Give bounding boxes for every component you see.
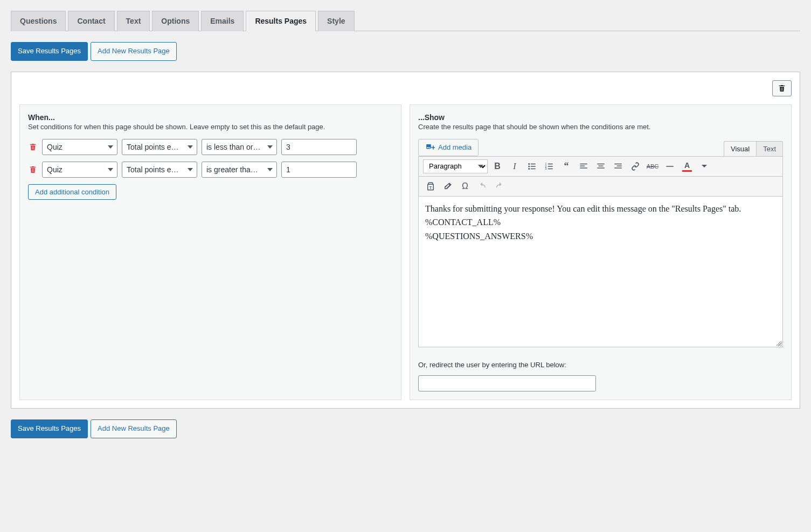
save-button-bottom[interactable]: Save Results Pages xyxy=(11,419,88,438)
redo-icon xyxy=(495,181,504,191)
special-char-button[interactable]: Ω xyxy=(458,179,473,194)
clipboard-icon: T xyxy=(426,181,435,191)
condition-metric-select[interactable]: Total points earned xyxy=(122,162,197,178)
text-color-button[interactable]: A xyxy=(680,159,695,174)
when-panel: When... Set conditions for when this pag… xyxy=(19,104,401,400)
svg-rect-22 xyxy=(666,166,674,167)
results-page-card: When... Set conditions for when this pag… xyxy=(11,72,800,409)
strikethrough-button[interactable]: ABC xyxy=(645,159,660,174)
trash-icon xyxy=(29,143,37,151)
condition-operator-select[interactable]: is greater than or equal to xyxy=(202,162,277,178)
redirect-label: Or, redirect the user by entering the UR… xyxy=(418,361,783,369)
bold-icon: B xyxy=(494,162,501,171)
undo-button[interactable] xyxy=(475,179,490,194)
save-button[interactable]: Save Results Pages xyxy=(11,42,88,61)
editor-content[interactable]: Thanks for submitting your response! You… xyxy=(418,197,783,347)
condition-scope-select[interactable]: Quiz xyxy=(42,162,117,178)
blockquote-button[interactable]: “ xyxy=(559,159,574,174)
tab-emails[interactable]: Emails xyxy=(201,11,244,31)
link-button[interactable] xyxy=(628,159,643,174)
italic-button[interactable]: I xyxy=(507,159,522,174)
svg-rect-11 xyxy=(548,166,553,167)
condition-scope-select[interactable]: Quiz xyxy=(42,139,117,155)
text-color-icon: A xyxy=(684,161,690,170)
tab-bar: Questions Contact Text Options Emails Re… xyxy=(11,11,800,31)
trash-icon xyxy=(29,165,37,174)
numbered-list-icon: 123 xyxy=(544,162,554,171)
paste-button[interactable]: T xyxy=(423,179,438,194)
strike-icon: ABC xyxy=(647,162,659,170)
tab-text[interactable]: Text xyxy=(117,11,150,31)
delete-condition-button[interactable] xyxy=(28,143,38,151)
add-new-button-bottom[interactable]: Add New Results Page xyxy=(91,419,177,438)
svg-rect-17 xyxy=(599,165,604,166)
numbered-list-button[interactable]: 123 xyxy=(542,159,557,174)
svg-rect-6 xyxy=(531,169,536,170)
svg-rect-5 xyxy=(531,166,536,167)
tab-results-pages[interactable]: Results Pages xyxy=(246,11,316,31)
svg-rect-12 xyxy=(548,169,553,170)
redo-button[interactable] xyxy=(492,179,507,194)
delete-condition-button[interactable] xyxy=(28,165,38,174)
svg-point-2 xyxy=(528,165,530,167)
align-center-icon xyxy=(596,162,606,171)
condition-value-input[interactable] xyxy=(281,162,357,178)
svg-text:T: T xyxy=(429,185,432,190)
svg-rect-4 xyxy=(531,164,536,165)
svg-rect-13 xyxy=(580,164,587,165)
redirect-url-input[interactable] xyxy=(418,375,596,391)
editor-tab-text[interactable]: Text xyxy=(756,141,783,156)
italic-icon: I xyxy=(513,162,516,171)
hr-button[interactable] xyxy=(662,159,677,174)
show-subtext: Create the results page that should be s… xyxy=(418,123,783,131)
editor-toolbar-row2: T Ω xyxy=(418,177,783,197)
condition-metric-select[interactable]: Total points earned xyxy=(122,139,197,155)
svg-rect-20 xyxy=(617,165,622,166)
quote-icon: “ xyxy=(564,160,569,172)
add-media-button[interactable]: Add media xyxy=(418,139,479,156)
bullet-list-button[interactable] xyxy=(524,159,539,174)
trash-icon xyxy=(778,84,786,93)
align-left-button[interactable] xyxy=(576,159,591,174)
text-color-chevron[interactable] xyxy=(697,159,712,174)
condition-value-input[interactable] xyxy=(281,139,357,155)
svg-rect-21 xyxy=(614,167,622,169)
add-condition-button[interactable]: Add additional condition xyxy=(28,184,116,200)
show-heading: ...Show xyxy=(418,113,783,122)
tab-contact[interactable]: Contact xyxy=(68,11,114,31)
clear-formatting-button[interactable] xyxy=(440,179,455,194)
align-center-button[interactable] xyxy=(593,159,608,174)
action-buttons-top: Save Results Pages Add New Results Page xyxy=(11,42,800,61)
align-right-icon xyxy=(613,162,623,171)
bold-button[interactable]: B xyxy=(490,159,505,174)
format-select[interactable]: Paragraph xyxy=(423,159,488,173)
undo-icon xyxy=(477,181,487,191)
svg-rect-15 xyxy=(580,167,587,169)
svg-rect-18 xyxy=(597,167,605,169)
svg-rect-16 xyxy=(597,164,605,165)
add-media-label: Add media xyxy=(438,143,472,151)
when-heading: When... xyxy=(28,113,393,122)
delete-page-button[interactable] xyxy=(772,80,792,96)
svg-rect-14 xyxy=(580,165,585,166)
hr-icon xyxy=(665,162,675,171)
tab-questions[interactable]: Questions xyxy=(11,11,66,31)
svg-point-1 xyxy=(528,163,530,165)
add-new-button[interactable]: Add New Results Page xyxy=(91,42,177,61)
tab-style[interactable]: Style xyxy=(318,11,354,31)
editor-toolbar: Paragraph B I 123 “ ABC A xyxy=(418,156,783,177)
show-panel: ...Show Create the results page that sho… xyxy=(410,104,792,400)
editor-tab-visual[interactable]: Visual xyxy=(724,141,756,156)
omega-icon: Ω xyxy=(462,181,468,191)
condition-operator-select[interactable]: is less than or equal to xyxy=(202,139,277,155)
svg-rect-10 xyxy=(548,164,553,165)
svg-text:3: 3 xyxy=(545,167,547,170)
eraser-icon xyxy=(443,181,453,191)
bullet-list-icon xyxy=(527,162,537,171)
tab-options[interactable]: Options xyxy=(152,11,199,31)
align-right-button[interactable] xyxy=(611,159,626,174)
svg-point-3 xyxy=(528,168,530,170)
chevron-down-icon xyxy=(702,164,707,169)
condition-row: Quiz Total points earned is greater than… xyxy=(28,162,393,178)
svg-rect-19 xyxy=(614,164,622,165)
